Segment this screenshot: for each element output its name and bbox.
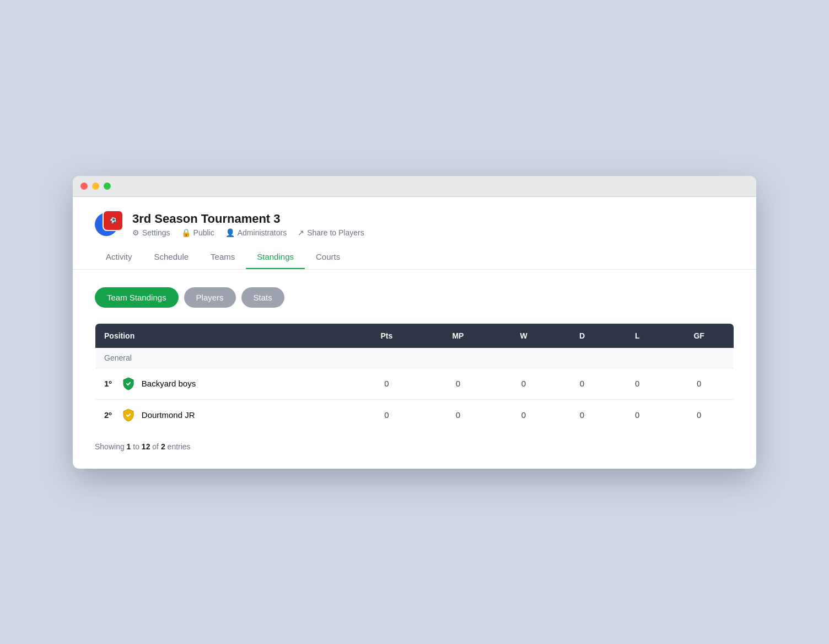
sub-nav: Team Standings Players Stats xyxy=(95,287,734,308)
d-val: 0 xyxy=(554,368,610,399)
administrators-label: Administrators xyxy=(238,228,287,237)
l-val: 0 xyxy=(610,399,664,431)
logo-soccer: ⚽ xyxy=(103,210,123,231)
standings-table: Position Pts MP W D L GF General xyxy=(95,323,734,431)
minimize-button[interactable] xyxy=(92,183,99,190)
w-val: 0 xyxy=(493,368,554,399)
team-name: Backyard boys xyxy=(142,379,196,388)
gf-val: 0 xyxy=(664,368,734,399)
admin-icon: 👤 xyxy=(225,228,235,237)
team-name: Dourtmond JR xyxy=(142,410,195,420)
entries-info: Showing 1 to 12 of 2 entries xyxy=(95,442,734,451)
pts-val: 0 xyxy=(351,368,423,399)
pos-cell: 1º Backyard boys xyxy=(95,368,351,399)
tab-standings[interactable]: Standings xyxy=(246,245,305,269)
entries-end: 12 xyxy=(142,442,150,451)
col-d: D xyxy=(554,323,610,348)
tab-teams[interactable]: Teams xyxy=(200,245,246,269)
titlebar xyxy=(73,176,756,197)
team-cell: Backyard boys xyxy=(121,376,196,391)
tournament-title: 3rd Season Tournament 3 xyxy=(132,212,734,226)
header-row: Position Pts MP W D L GF xyxy=(95,323,734,348)
d-val: 0 xyxy=(554,399,610,431)
administrators-link[interactable]: 👤 Administrators xyxy=(225,228,287,237)
public-label: Public xyxy=(193,228,214,237)
header-top: ↻ ⚽ 3rd Season Tournament 3 ⚙ Settings 🔒… xyxy=(95,210,734,239)
entries-start: 1 xyxy=(127,442,131,451)
mp-val: 0 xyxy=(423,368,494,399)
team-icon-green xyxy=(121,376,136,391)
col-position: Position xyxy=(95,323,351,348)
w-val: 0 xyxy=(493,399,554,431)
traffic-lights xyxy=(80,183,111,190)
col-gf: GF xyxy=(664,323,734,348)
maximize-button[interactable] xyxy=(104,183,111,190)
col-l: L xyxy=(610,323,664,348)
table-header: Position Pts MP W D L GF xyxy=(95,323,734,348)
share-link[interactable]: ↗ Share to Players xyxy=(298,228,364,237)
header-info: 3rd Season Tournament 3 ⚙ Settings 🔒 Pub… xyxy=(132,212,734,237)
gf-val: 0 xyxy=(664,399,734,431)
share-icon: ↗ xyxy=(298,228,304,237)
close-button[interactable] xyxy=(80,183,88,190)
settings-label: Settings xyxy=(142,228,170,237)
settings-link[interactable]: ⚙ Settings xyxy=(132,228,170,237)
team-cell: Dourtmond JR xyxy=(121,407,195,423)
mp-val: 0 xyxy=(423,399,494,431)
table-row[interactable]: 2º Dourtmond JR xyxy=(95,399,734,431)
settings-icon: ⚙ xyxy=(132,228,139,237)
position-value: 2º xyxy=(104,410,112,420)
col-mp: MP xyxy=(423,323,494,348)
app-content: ↻ ⚽ 3rd Season Tournament 3 ⚙ Settings 🔒… xyxy=(73,197,756,469)
table-row[interactable]: 1º Backyard boys xyxy=(95,368,734,399)
header-meta: ⚙ Settings 🔒 Public 👤 Administrators xyxy=(132,228,734,237)
group-general: General xyxy=(95,348,734,368)
tab-courts[interactable]: Courts xyxy=(305,245,351,269)
btn-team-standings[interactable]: Team Standings xyxy=(95,287,179,308)
btn-players[interactable]: Players xyxy=(184,287,236,308)
nav-tabs: Activity Schedule Teams Standings Courts xyxy=(95,245,734,269)
entries-total: 2 xyxy=(161,442,165,451)
group-label: General xyxy=(95,348,734,368)
pos-cell: 2º Dourtmond JR xyxy=(95,399,351,431)
public-link[interactable]: 🔒 Public xyxy=(181,228,214,237)
btn-stats[interactable]: Stats xyxy=(241,287,284,308)
team-icon-yellow xyxy=(121,407,136,423)
tab-schedule[interactable]: Schedule xyxy=(143,245,200,269)
app-window: ↻ ⚽ 3rd Season Tournament 3 ⚙ Settings 🔒… xyxy=(73,176,756,469)
position-value: 1º xyxy=(104,379,112,388)
share-label: Share to Players xyxy=(307,228,364,237)
l-val: 0 xyxy=(610,368,664,399)
table-body: General 1º xyxy=(95,348,734,431)
col-pts: Pts xyxy=(351,323,423,348)
lock-icon: 🔒 xyxy=(181,228,191,237)
main-content: Team Standings Players Stats Position Pt… xyxy=(73,270,756,469)
app-header: ↻ ⚽ 3rd Season Tournament 3 ⚙ Settings 🔒… xyxy=(73,197,756,270)
pts-val: 0 xyxy=(351,399,423,431)
col-w: W xyxy=(493,323,554,348)
logo-container: ↻ ⚽ xyxy=(95,210,123,239)
tab-activity[interactable]: Activity xyxy=(95,245,143,269)
